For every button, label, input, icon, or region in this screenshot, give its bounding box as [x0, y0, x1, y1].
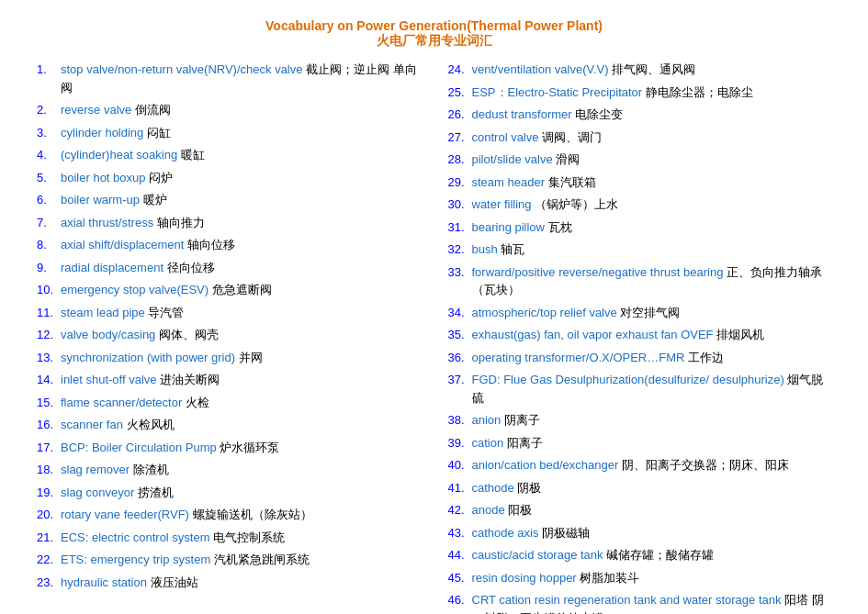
list-item: 34.atmospheric/top relief valve 对空排气阀 [448, 304, 832, 322]
term-en: cathode [472, 481, 518, 495]
term-en: anode [472, 503, 509, 517]
item-content: radial displacement 径向位移 [61, 259, 421, 277]
term-cn: 螺旋输送机（除灰站） [193, 508, 312, 521]
item-content: ESP：Electro-Static Precipitator 静电除尘器；电除… [472, 84, 832, 102]
item-content: (cylinder)heat soaking 暖缸 [61, 146, 421, 164]
item-number: 17. [37, 439, 61, 457]
item-number: 13. [37, 349, 61, 367]
term-en: bush [472, 242, 502, 256]
item-content: synchronization (with power grid) 并网 [61, 349, 421, 367]
term-en: axial thrust/stress [61, 216, 157, 229]
list-item: 15.flame scanner/detector 火检 [37, 394, 421, 412]
left-column: 1.stop valve/non-return valve(NRV)/check… [28, 61, 430, 614]
list-item: 19.slag conveyor 捞渣机 [37, 484, 421, 502]
item-number: 12. [37, 326, 61, 344]
item-content: flame scanner/detector 火检 [61, 394, 421, 412]
term-cn: 除渣机 [133, 463, 169, 476]
term-cn: 导汽管 [148, 306, 184, 319]
item-content: resin dosing hopper 树脂加装斗 [472, 569, 832, 587]
term-cn: 进油关断阀 [160, 373, 220, 386]
term-en: scanner fan [61, 418, 127, 431]
item-number: 23. [37, 574, 61, 592]
term-en: forward/positive reverse/negative thrust… [472, 265, 727, 279]
term-en: cylinder holding [61, 126, 147, 140]
item-number: 25. [448, 84, 472, 102]
item-content: axial thrust/stress 轴向推力 [61, 214, 421, 232]
list-item: 17.BCP: Boiler Circulation Pump 炉水循环泵 [37, 439, 421, 457]
item-number: 1. [37, 61, 61, 79]
item-number: 20. [37, 506, 61, 524]
term-cn: 轴向推力 [157, 216, 205, 229]
list-item: 24.vent/ventilation valve(V.V) 排气阀、通风阀 [448, 61, 832, 79]
list-item: 41.cathode 阴极 [448, 479, 832, 497]
term-en: slag conveyor [61, 486, 138, 499]
list-item: 35.exhaust(gas) fan, oil vapor exhaust f… [448, 326, 832, 344]
term-cn: 闷炉 [149, 171, 173, 184]
list-item: 12.valve body/casing 阀体、阀壳 [37, 326, 421, 344]
item-number: 2. [37, 101, 61, 119]
list-item: 13.synchronization (with power grid) 并网 [37, 349, 421, 367]
term-en: pilot/slide valve [472, 152, 557, 166]
item-content: cylinder holding 闷缸 [61, 124, 421, 142]
term-en: ETS: emergency trip system [61, 553, 214, 566]
item-number: 15. [37, 394, 61, 412]
list-item: 23.hydraulic station 液压油站 [37, 574, 421, 592]
list-item: 11.steam lead pipe 导汽管 [37, 304, 421, 322]
list-item: 38.anion 阴离子 [448, 411, 832, 430]
term-cn: 轴向位移 [187, 238, 235, 251]
item-content: BCP: Boiler Circulation Pump 炉水循环泵 [61, 439, 421, 457]
term-cn: 排烟风机 [716, 328, 764, 341]
item-content: atmospheric/top relief valve 对空排气阀 [472, 304, 832, 322]
term-en: caustic/acid storage tank [472, 548, 607, 562]
item-content: steam lead pipe 导汽管 [61, 304, 421, 322]
term-en: flame scanner/detector [61, 396, 186, 409]
item-number: 27. [448, 128, 472, 147]
term-cn: 阳离子 [507, 436, 543, 450]
term-cn: 碱储存罐；酸储存罐 [606, 548, 714, 562]
list-item: 40.anion/cation bed/exchanger 阴、阳离子交换器；阴… [448, 456, 832, 474]
item-number: 14. [37, 371, 61, 389]
term-cn: 阴、阳离子交换器；阴床、阳床 [622, 458, 789, 472]
term-cn: 火检风机 [127, 418, 175, 431]
term-cn: 并网 [239, 351, 263, 364]
columns-wrapper: 1.stop valve/non-return valve(NRV)/check… [28, 61, 840, 614]
page-container: Vocabulary on Power Generation(Thermal P… [28, 18, 840, 614]
term-cn: 液压油站 [151, 575, 198, 589]
list-item: 3.cylinder holding 闷缸 [37, 124, 421, 142]
term-en: ECS: electric control system [61, 530, 213, 544]
item-number: 30. [448, 195, 472, 214]
term-en: emergency stop valve(ESV) [61, 283, 212, 296]
list-item: 25.ESP：Electro-Static Precipitator 静电除尘器… [448, 84, 832, 102]
term-cn: 倒流阀 [135, 103, 171, 117]
list-item: 16.scanner fan 火检风机 [37, 416, 421, 434]
item-content: CRT cation resin regeneration tank and w… [472, 591, 832, 614]
term-en: slag remover [61, 463, 133, 476]
list-item: 7.axial thrust/stress 轴向推力 [37, 214, 421, 232]
item-content: cathode axis 阴极磁轴 [472, 524, 832, 542]
list-item: 45.resin dosing hopper 树脂加装斗 [448, 569, 832, 587]
term-en: exhaust(gas) fan, oil vapor exhaust fan … [472, 328, 717, 341]
term-cn: 树脂加装斗 [580, 571, 639, 585]
item-content: reverse valve 倒流阀 [61, 101, 421, 119]
term-cn: 瓦枕 [548, 220, 572, 234]
item-number: 11. [37, 304, 61, 322]
term-en: axial shift/displacement [61, 238, 187, 251]
item-content: axial shift/displacement 轴向位移 [61, 236, 421, 254]
term-en: cation [472, 436, 507, 450]
term-cn: 静电除尘器；电除尘 [646, 85, 753, 99]
item-content: valve body/casing 阀体、阀壳 [61, 326, 421, 344]
item-number: 46. [448, 591, 472, 609]
list-item: 1.stop valve/non-return valve(NRV)/check… [37, 61, 421, 96]
term-en: cathode axis [472, 526, 543, 540]
list-item: 29.steam header 集汽联箱 [448, 173, 832, 192]
list-item: 8.axial shift/displacement 轴向位移 [37, 236, 421, 254]
term-en: operating transformer/O.X/OPER…FMR [472, 351, 689, 364]
list-item: 27.control valve 调阀、调门 [448, 128, 832, 147]
term-cn: 暖缸 [181, 148, 205, 162]
item-content: water filling （锅炉等）上水 [472, 195, 832, 214]
term-cn: 轴瓦 [501, 242, 524, 256]
item-content: pilot/slide valve 滑阀 [472, 151, 832, 169]
item-number: 36. [448, 349, 472, 367]
term-cn: 暖炉 [143, 193, 167, 207]
item-content: exhaust(gas) fan, oil vapor exhaust fan … [472, 326, 832, 344]
